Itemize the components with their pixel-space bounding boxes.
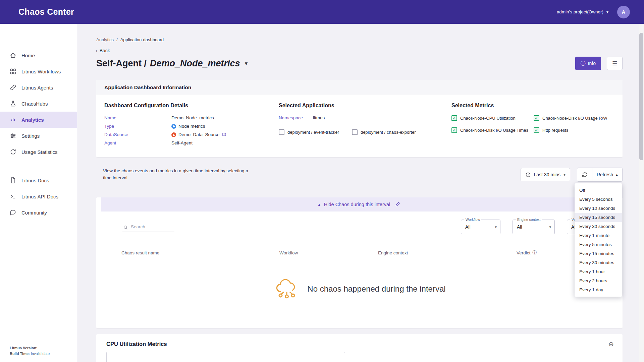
- checkbox-checked-icon[interactable]: ✓: [451, 115, 457, 121]
- column-workflow: Workflow: [279, 250, 378, 256]
- info-button[interactable]: ⓘ Info: [575, 57, 601, 70]
- breadcrumb-separator: /: [116, 37, 118, 42]
- collapse-chevron-icon: ▴: [318, 202, 320, 206]
- config-value-agent: Self-Agent: [171, 140, 279, 145]
- sidebar-item-label: Community: [21, 210, 47, 216]
- sidebar-item-home[interactable]: Home: [0, 47, 77, 63]
- verdict-column-label: Verdict: [517, 250, 530, 255]
- sidebar-item-litmus-agents[interactable]: Litmus Agents: [0, 79, 77, 96]
- sidebar-item-usage-statistics[interactable]: Usage Statistics: [0, 144, 77, 160]
- verdict-info-icon[interactable]: ⓘ: [532, 250, 537, 256]
- clock-icon: [525, 172, 531, 178]
- checkbox-checked-icon[interactable]: ✓: [451, 127, 457, 133]
- selected-metrics-column: Selected Metrics ✓ Chaos-Node-CPU Utiliz…: [451, 103, 614, 145]
- engine-context-filter-select[interactable]: Engine context All ▾: [513, 220, 555, 234]
- empty-message: No chaos happened during the interval: [307, 284, 445, 294]
- checkbox-unchecked-icon[interactable]: [352, 129, 358, 135]
- sidebar-item-litmus-workflows[interactable]: Litmus Workflows: [0, 63, 77, 79]
- namespace-row: Namespace litmus: [279, 115, 451, 120]
- avatar[interactable]: A: [617, 6, 630, 18]
- cpu-metrics-title: CPU Utilization Metrics: [106, 341, 167, 347]
- back-chevron-icon: ‹: [96, 47, 98, 54]
- menu-item-every-5-minutes[interactable]: Every 5 minutes: [575, 240, 622, 249]
- config-label: Agent: [104, 140, 171, 145]
- selected-applications-column: Selected Applications Namespace litmus d…: [279, 103, 451, 145]
- collapse-section-icon[interactable]: ⊖: [608, 341, 614, 347]
- sidebar-item-chaoshubs[interactable]: ChaosHubs: [0, 96, 77, 112]
- breadcrumb-analytics[interactable]: Analytics: [96, 37, 114, 42]
- sidebar-item-settings[interactable]: Settings: [0, 128, 77, 144]
- menu-button[interactable]: ☰: [607, 57, 623, 70]
- hide-chaos-label: Hide Chaos during this interval: [324, 202, 390, 207]
- checkbox-checked-icon[interactable]: ✓: [534, 115, 539, 121]
- breadcrumb: Analytics / Application-dashboard: [96, 37, 623, 42]
- scrollbar-thumb[interactable]: [639, 33, 643, 160]
- menu-item-every-1-hour[interactable]: Every 1 hour: [575, 267, 622, 276]
- engine-context-filter-label: Engine context: [516, 218, 542, 222]
- sidebar-item-community[interactable]: Community: [0, 204, 77, 221]
- menu-item-every-15-minutes[interactable]: Every 15 minutes: [575, 249, 622, 258]
- metric-checkbox-disk-io-times[interactable]: ✓ Chaos-Node-Disk I/O Usage Times: [451, 127, 534, 133]
- sidebar-item-analytics[interactable]: Analytics: [0, 112, 77, 128]
- workflows-icon: [10, 68, 16, 75]
- chevron-up-icon: ▴: [616, 173, 618, 177]
- menu-item-every-1-minute[interactable]: Every 1 minute: [575, 231, 622, 240]
- sidebar-item-label: Litmus Agents: [21, 85, 53, 90]
- menu-item-every-30-seconds[interactable]: Every 30 seconds: [575, 222, 622, 231]
- menu-item-every-10-seconds[interactable]: Every 10 seconds: [575, 204, 622, 213]
- workflow-filter-value: All: [465, 224, 471, 230]
- settings-icon: [10, 132, 16, 139]
- config-details-grid: Name Demo_Node_metrics Type Node metrics…: [104, 115, 279, 145]
- metric-option-label: Chaos-Node-Disk I/O Usage Times: [460, 128, 528, 133]
- checkbox-checked-icon[interactable]: ✓: [534, 127, 539, 133]
- empty-state: No chaos happened during the interval: [96, 277, 623, 301]
- metric-checkbox-http-requests[interactable]: ✓ Http requests: [534, 127, 614, 133]
- search-input[interactable]: [122, 222, 174, 232]
- home-icon: [10, 52, 16, 59]
- namespace-label: Namespace: [279, 115, 303, 120]
- menu-item-every-5-seconds[interactable]: Every 5 seconds: [575, 195, 622, 204]
- terminal-icon: [10, 193, 16, 200]
- application-checkbox-chaos-exporter[interactable]: deployment / chaos-exporter: [352, 129, 416, 135]
- menu-item-every-2-hours[interactable]: Every 2 hours: [575, 276, 622, 285]
- column-chaos-result-name: Chaos result name: [121, 250, 279, 256]
- metric-option-label: Chaos-Node-Disk I/O Usage R/W: [542, 116, 607, 121]
- sidebar-item-litmus-docs[interactable]: Litmus Docs: [0, 172, 77, 188]
- menu-item-off[interactable]: Off: [575, 186, 622, 195]
- checkbox-unchecked-icon[interactable]: [279, 129, 284, 135]
- cloud-network-icon: [273, 277, 301, 301]
- menu-item-every-30-minutes[interactable]: Every 30 minutes: [575, 258, 622, 267]
- edit-icon[interactable]: [394, 201, 400, 208]
- cpu-chart-placeholder: [106, 352, 345, 362]
- sidebar: Home Litmus Workflows Litmus Agents Chao…: [0, 24, 77, 362]
- project-name: admin's project(Owner): [557, 9, 603, 14]
- metric-option-label: Chaos-Node-CPU Utilization: [460, 116, 516, 121]
- metric-checkbox-disk-io-rw[interactable]: ✓ Chaos-Node-Disk I/O Usage R/W: [534, 115, 614, 121]
- hide-chaos-toggle[interactable]: ▴ Hide Chaos during this interval: [101, 197, 618, 212]
- scrollbar-track[interactable]: [639, 24, 644, 362]
- menu-item-every-1-day[interactable]: Every 1 day: [575, 285, 622, 294]
- external-link-icon[interactable]: [222, 132, 226, 137]
- interval-description: View the chaos events and metrics in a g…: [96, 168, 257, 182]
- dashboard-switcher-chevron-icon[interactable]: ▾: [245, 60, 248, 67]
- time-range-select[interactable]: Last 30 mins ▾: [521, 168, 570, 181]
- back-button[interactable]: ‹ Back: [96, 47, 623, 54]
- back-label: Back: [100, 48, 110, 53]
- project-selector[interactable]: admin's project(Owner) ▾: [557, 9, 608, 14]
- metric-checkbox-cpu-utilization[interactable]: ✓ Chaos-Node-CPU Utilization: [451, 115, 534, 121]
- refresh-now-button[interactable]: [577, 168, 592, 181]
- config-value-type: Node metrics: [171, 124, 279, 129]
- refresh-interval-button[interactable]: Refresh ▴: [592, 168, 622, 181]
- agents-icon: [10, 84, 16, 91]
- sidebar-item-label: Litmus Docs: [21, 178, 49, 183]
- refresh-interval-menu: Off Every 5 seconds Every 10 seconds Eve…: [575, 183, 622, 297]
- chevron-down-icon: ▾: [606, 10, 608, 14]
- sidebar-item-litmus-api-docs[interactable]: Litmus API Docs: [0, 188, 77, 204]
- datasource-value-text: Demo_Data_Source: [178, 132, 219, 137]
- community-icon: [10, 209, 16, 216]
- config-label: Name: [104, 115, 171, 120]
- workflow-filter-select[interactable]: Workflow All ▾: [461, 220, 500, 234]
- config-value-name: Demo_Node_metrics: [171, 115, 279, 120]
- menu-item-every-15-seconds[interactable]: Every 15 seconds: [575, 213, 622, 222]
- application-checkbox-event-tracker[interactable]: deployment / event-tracker: [279, 129, 339, 135]
